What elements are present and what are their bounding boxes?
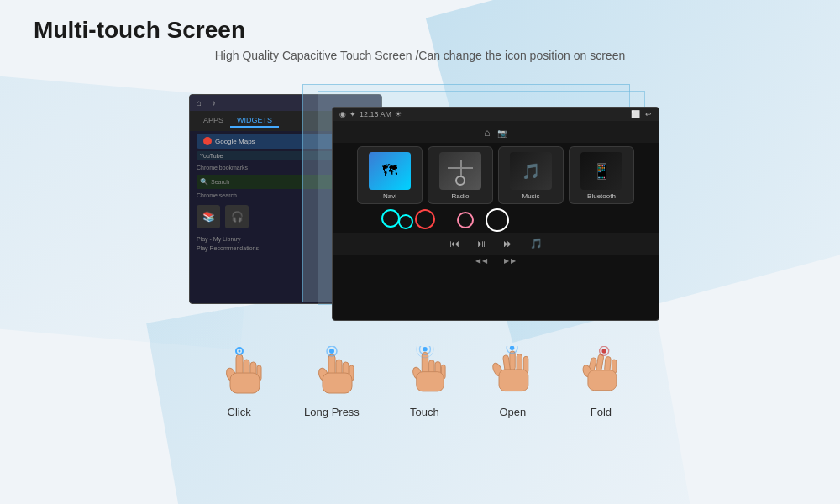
rs-header: ◉ ✦ 12:13 AM ☀ ⬜ ↩ (333, 108, 659, 121)
click-label: Click (228, 406, 251, 418)
rs-prev-btn[interactable]: ⏮ (449, 238, 459, 249)
touch-label: Touch (410, 406, 439, 418)
rs-home-icon: ⌂ (484, 127, 490, 139)
ls-headphones-icon: 🎧 (225, 205, 249, 228)
long-press-hand-icon (308, 346, 354, 401)
click-hand-icon (216, 346, 262, 401)
svg-rect-30 (499, 370, 528, 391)
ci-3 (415, 209, 435, 229)
svg-point-39 (601, 349, 606, 354)
rs-play-btn[interactable]: ⏯ (476, 238, 486, 249)
gestures-row: Click Long Press (34, 346, 806, 418)
fold-hand-icon (578, 346, 624, 401)
rs-music-btn[interactable]: 🎵 (530, 238, 543, 249)
rs-app-bluetooth[interactable]: 📱 Bluetooth (569, 146, 634, 204)
gesture-fold: Fold (578, 346, 624, 418)
rs-window-icon: ⬜ (631, 110, 640, 118)
right-screen: ◉ ✦ 12:13 AM ☀ ⬜ ↩ ⌂ 📷 🗺 Navi (332, 107, 659, 321)
ls-tab-widgets[interactable]: WIDGETS (230, 114, 279, 128)
rs-controls: ⏮ ⏯ ⏭ 🎵 (333, 233, 659, 255)
ci-1 (381, 209, 400, 228)
page-title: Multi-touch Screen (34, 17, 806, 44)
rs-apps-grid: 🗺 Navi Radio 🎵 Music 📱 (333, 143, 659, 207)
gesture-click: Click (216, 346, 262, 418)
rs-time: 12:13 AM (360, 110, 391, 118)
rs-bt-icon: ✦ (349, 110, 356, 118)
rs-header-right: ⬜ ↩ (631, 110, 652, 118)
rs-app-navi[interactable]: 🗺 Navi (357, 146, 423, 204)
rs-back-icon: ↩ (645, 110, 652, 118)
rs-radio-img (439, 152, 481, 190)
touch-hand-icon (402, 346, 448, 401)
rs-gps-icon: ◉ (339, 110, 346, 118)
svg-point-14 (329, 349, 334, 354)
ls-tab-apps[interactable]: APPS (197, 114, 230, 128)
svg-rect-38 (588, 370, 617, 391)
rs-sun-icon: ☀ (395, 110, 402, 118)
open-label: Open (499, 406, 526, 418)
ci-4 (486, 208, 509, 232)
ci-5 (457, 212, 474, 228)
ls-book-icon: 📚 (197, 205, 220, 228)
rs-next-btn[interactable]: ⏭ (503, 238, 513, 249)
main-content: Multi-touch Screen High Quality Capaciti… (0, 0, 840, 435)
rs-app-music[interactable]: 🎵 Music (498, 146, 564, 204)
google-icon (203, 137, 212, 145)
rs-header-left: ◉ ✦ 12:13 AM ☀ (339, 110, 402, 118)
rs-home-area: ⌂ 📷 (333, 121, 659, 143)
rs-music-img: 🎵 (510, 152, 552, 190)
svg-rect-25 (510, 351, 515, 370)
ls-home-icon: ⌂ (197, 98, 202, 108)
rs-track-info: ◀ ◀ ▶ ▶ (333, 255, 659, 267)
gesture-touch: Touch (402, 346, 448, 418)
page-subtitle: High Quality Capacitive Touch Screen /Ca… (34, 49, 806, 62)
rs-track-prev: ◀ ◀ (475, 257, 487, 265)
svg-rect-5 (230, 373, 260, 393)
gesture-open: Open (490, 346, 536, 418)
rs-app-radio[interactable]: Radio (428, 146, 493, 204)
gesture-long-press: Long Press (304, 346, 360, 418)
rs-track-next: ▶ ▶ (504, 257, 516, 265)
svg-point-22 (423, 347, 428, 352)
rs-camera-icon: 📷 (497, 129, 507, 138)
svg-rect-21 (417, 372, 444, 391)
rs-bt-img: 📱 (580, 152, 622, 190)
svg-rect-33 (596, 354, 604, 372)
ls-music-icon: ♪ (212, 98, 216, 108)
open-hand-icon (490, 346, 536, 401)
svg-rect-13 (323, 373, 352, 393)
svg-point-7 (239, 350, 241, 353)
fold-label: Fold (591, 406, 612, 418)
svg-point-31 (510, 346, 515, 350)
screens-container: ⌂ ♪ APPS WIDGETS Google Maps YouTube Chr… (34, 77, 806, 338)
rs-navi-img: 🗺 (369, 152, 411, 190)
long-press-label: Long Press (304, 406, 360, 418)
svg-rect-34 (604, 356, 611, 372)
ci-2 (398, 214, 413, 229)
touch-indicators (333, 207, 659, 233)
